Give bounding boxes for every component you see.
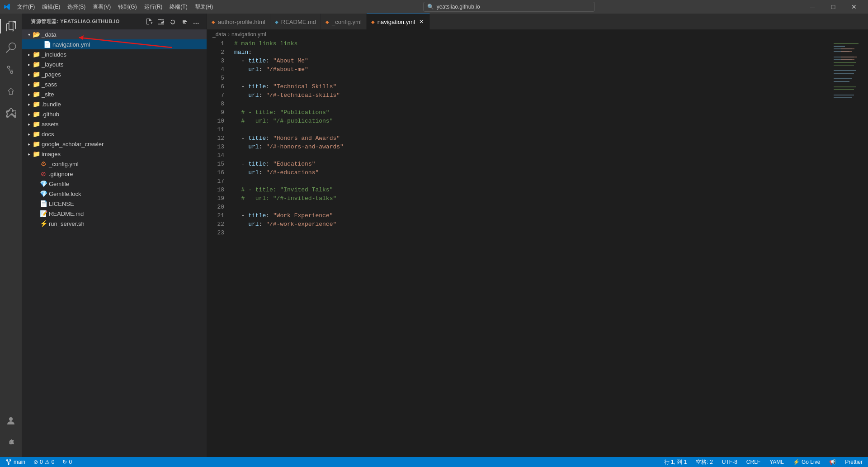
prettier-button[interactable]: Prettier [843, 457, 864, 467]
error-count[interactable]: ⊘ 0 ⚠ 0 [32, 457, 56, 467]
window-controls: ─ □ ✕ [802, 0, 864, 14]
html-tab-icon: ◆ [212, 19, 215, 24]
tab-author-profile[interactable]: ◆ author-profile.html [207, 14, 270, 29]
line-ending[interactable]: CRLF [745, 457, 762, 467]
error-count-val: 0 [40, 459, 43, 465]
menu-goto[interactable]: 转到(G) [115, 2, 139, 12]
activity-account[interactable] [0, 410, 22, 432]
tree-item-run-server[interactable]: ▸ ⚡ run_server.sh [22, 219, 207, 229]
minimize-button[interactable]: ─ [802, 0, 823, 14]
activity-run-debug[interactable] [0, 81, 22, 102]
tree-item-sass[interactable]: ▸ 📁 _sass [22, 79, 207, 89]
folder-arrow-right: ▸ [25, 51, 33, 58]
svg-rect-2 [834, 46, 845, 47]
go-live-text: Go Live [802, 459, 820, 465]
tree-item-images[interactable]: ▸ 📁 images [22, 149, 207, 159]
menu-run[interactable]: 运行(R) [142, 2, 165, 12]
new-file-button[interactable] [144, 17, 154, 27]
tree-item-docs[interactable]: ▸ 📁 docs [22, 129, 207, 139]
title-bar-left: 文件(F) 编辑(E) 选择(S) 查看(V) 转到(G) 运行(R) 终端(T… [4, 2, 216, 12]
navigation-yml-label: navigation.yml [52, 41, 207, 48]
tree-item-config[interactable]: ▸ ⚙ _config.yml [22, 159, 207, 169]
menu-terminal[interactable]: 终端(T) [167, 2, 190, 12]
spaces-text: 空格: 2 [696, 458, 712, 466]
readme-label: README.md [49, 210, 207, 217]
folder-arrow-right: ▸ [25, 100, 33, 108]
indentation[interactable]: 空格: 2 [694, 457, 714, 467]
tree-item-includes[interactable]: ▸ 📁 _includes [22, 49, 207, 59]
run-server-label: run_server.sh [49, 220, 207, 227]
tree-item-gitignore[interactable]: ▸ ⊘ .gitignore [22, 169, 207, 179]
tree-item-bundle[interactable]: ▸ 📁 .bundle [22, 99, 207, 109]
menu-file[interactable]: 文件(F) [14, 2, 38, 12]
menu-view[interactable]: 查看(V) [90, 2, 113, 12]
refresh-button[interactable] [168, 17, 178, 27]
menu-edit[interactable]: 编辑(E) [39, 2, 63, 12]
google-scholar-label: google_scholar_crawler [42, 141, 207, 148]
tree-item-navigation-yml[interactable]: ▸ 📄 navigation.yml [22, 39, 207, 49]
folder-arrow-right: ▸ [25, 81, 33, 88]
tab-label-readme: README.md [281, 19, 316, 25]
svg-rect-4 [841, 48, 854, 49]
tree-item-pages[interactable]: ▸ 📁 _pages [22, 69, 207, 79]
sync-icon: ↻ [62, 459, 67, 465]
breadcrumb-nav-yml[interactable]: navigation.yml [231, 31, 266, 38]
tree-item-github[interactable]: ▸ 📁 .github [22, 109, 207, 119]
folder-docs-icon: 📁 [33, 130, 40, 138]
folder-sass-icon: 📁 [33, 81, 40, 88]
code-editor[interactable]: # main links links main: - title: "About… [230, 39, 832, 457]
tree-item-layouts[interactable]: ▸ 📁 _layouts [22, 59, 207, 69]
activity-explorer[interactable] [0, 15, 22, 37]
activity-extensions[interactable] [0, 102, 22, 124]
tree-item-gemfile-lock[interactable]: ▸ 💎 Gemfile.lock [22, 189, 207, 199]
file-encoding[interactable]: UTF-8 [720, 457, 739, 467]
sync-count: 0 [69, 459, 72, 465]
menu-select[interactable]: 选择(S) [65, 2, 88, 12]
maximize-button[interactable]: □ [823, 0, 844, 14]
tree-item-gemfile[interactable]: ▸ 💎 Gemfile [22, 179, 207, 189]
global-search-bar[interactable]: 🔍 yeatsliao.github.io [423, 2, 595, 12]
line-numbers: 12345 678910 1112131415 1617181920 21222… [207, 39, 230, 457]
folder-site-icon: 📁 [33, 91, 40, 98]
yaml-icon: 📄 [43, 41, 51, 48]
yaml-tab-icon-nav: ◆ [371, 19, 375, 24]
tree-item-google-scholar[interactable]: ▸ 📁 google_scholar_crawler [22, 139, 207, 149]
tree-item-readme[interactable]: ▸ 📝 README.md [22, 209, 207, 219]
title-bar-right: ─ □ ✕ [802, 0, 864, 14]
tab-config[interactable]: ◆ _config.yml [321, 14, 367, 29]
file-language[interactable]: YAML [768, 457, 786, 467]
tree-item-license[interactable]: ▸ 📄 LICENSE [22, 199, 207, 209]
activity-source-control[interactable] [0, 59, 22, 81]
sync-status[interactable]: ↻ 0 [61, 457, 74, 467]
folder-data-label: _data [42, 31, 207, 38]
new-folder-button[interactable] [156, 17, 166, 27]
svg-rect-16 [834, 81, 849, 82]
tree-item-data-folder[interactable]: ▾ 📂 _data [22, 29, 207, 39]
position-text: 行 1, 列 1 [664, 458, 687, 466]
more-button[interactable]: … [191, 17, 201, 27]
tab-navigation-yml[interactable]: ◆ navigation.yml ✕ [367, 14, 430, 29]
tab-close-nav[interactable]: ✕ [418, 18, 425, 25]
activity-search[interactable] [0, 37, 22, 59]
main-layout: 资源管理器: YEATSLIAO.GITHUB.IO … ▾ [0, 14, 868, 457]
status-bar: main ⊘ 0 ⚠ 0 ↻ 0 行 1, 列 1 空格: 2 UTF-8 CR… [0, 457, 868, 467]
go-live-button[interactable]: ⚡ Go Live [791, 457, 822, 467]
tree-item-assets[interactable]: ▸ 📁 assets [22, 119, 207, 129]
tab-readme[interactable]: ◆ README.md [270, 14, 321, 29]
svg-rect-19 [834, 95, 854, 95]
cursor-position[interactable]: 行 1, 列 1 [662, 457, 689, 467]
menu-help[interactable]: 帮助(H) [192, 2, 216, 12]
feedback-icon[interactable]: 📢 [827, 457, 838, 467]
menu-bar[interactable]: 文件(F) 编辑(E) 选择(S) 查看(V) 转到(G) 运行(R) 终端(T… [14, 2, 216, 12]
tree-item-site[interactable]: ▸ 📁 _site [22, 89, 207, 99]
git-branch[interactable]: main [4, 457, 27, 467]
shell-icon: ⚡ [40, 220, 47, 227]
svg-rect-18 [834, 89, 854, 90]
activity-settings[interactable] [0, 432, 22, 453]
github-label: .github [42, 111, 207, 118]
sidebar-title: 资源管理器: YEATSLIAO.GITHUB.IO [31, 18, 120, 25]
breadcrumb-data[interactable]: _data [212, 31, 226, 38]
assets-label: assets [42, 121, 207, 128]
collapse-button[interactable] [179, 17, 189, 27]
close-button[interactable]: ✕ [844, 0, 864, 14]
